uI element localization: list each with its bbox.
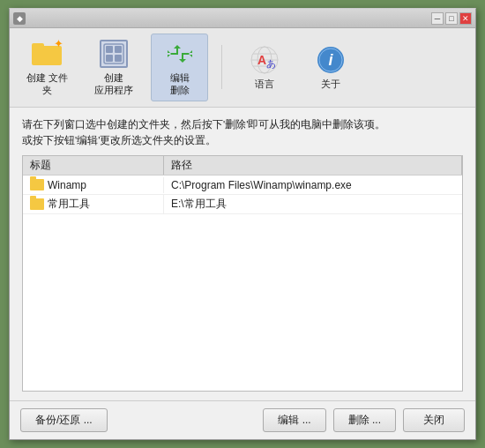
svg-rect-1 (32, 43, 44, 50)
minimize-button[interactable]: ─ (431, 12, 444, 25)
toolbar-language[interactable]: A あ 语言 (235, 41, 293, 93)
content-area: 请在下列窗口选中创建的文件夹，然后按下'删除'即可从我的电脑中删除该项。 或按下… (10, 108, 475, 400)
edit-button[interactable]: 编辑 ... (263, 408, 325, 432)
svg-text:✦: ✦ (53, 39, 63, 50)
toolbar: ✦ 创建 文件夹 创建应用程序 (10, 28, 475, 108)
title-bar: ◆ ─ □ ✕ (10, 9, 475, 28)
row2-path-cell: E:\常用工具 (164, 195, 462, 213)
list-header: 标题 路径 (23, 156, 462, 175)
svg-text:あ: あ (266, 58, 276, 69)
app-icon (98, 38, 130, 70)
description-text: 请在下列窗口选中创建的文件夹，然后按下'删除'即可从我的电脑中删除该项。 或按下… (22, 116, 463, 149)
row1-title: Winamp (48, 179, 86, 191)
delete-button[interactable]: 删除 ... (333, 408, 396, 432)
row1-path-cell: C:\Program Files\Winamp\winamp.exe (164, 177, 462, 193)
backup-restore-button[interactable]: 备份/还原 ... (20, 408, 108, 432)
table-row[interactable]: 常用工具 E:\常用工具 (23, 195, 462, 214)
row2-title-cell: 常用工具 (23, 195, 164, 213)
restore-button[interactable]: □ (445, 12, 458, 25)
svg-rect-6 (106, 55, 113, 62)
toolbar-edit-delete[interactable]: 编辑删除 (151, 34, 208, 101)
row2-path: E:\常用工具 (171, 197, 227, 212)
list-body: Winamp C:\Program Files\Winamp\winamp.ex… (23, 175, 462, 391)
app-icon-shape (100, 40, 128, 68)
col-header-title: 标题 (23, 156, 164, 175)
description-line1: 请在下列窗口选中创建的文件夹，然后按下'删除'即可从我的电脑中删除该项。 (22, 116, 463, 132)
toolbar-divider-1 (221, 45, 222, 89)
close-button[interactable]: 关闭 (403, 408, 465, 432)
toolbar-about-label: 关于 (321, 78, 340, 90)
toolbar-create-app-label: 创建应用程序 (94, 71, 133, 97)
table-row[interactable]: Winamp C:\Program Files\Winamp\winamp.ex… (23, 175, 462, 195)
footer: 备份/还原 ... 编辑 ... 删除 ... 关闭 (10, 400, 475, 439)
close-title-button[interactable]: ✕ (459, 12, 472, 25)
svg-rect-5 (115, 46, 122, 53)
row2-title: 常用工具 (48, 197, 90, 212)
footer-left: 备份/还原 ... (20, 408, 108, 432)
toolbar-create-app[interactable]: 创建应用程序 (85, 34, 142, 101)
folder-icon (30, 198, 44, 210)
toolbar-create-folder[interactable]: ✦ 创建 文件夹 (19, 34, 76, 101)
title-bar-buttons: ─ □ ✕ (431, 12, 472, 25)
title-bar-left: ◆ (13, 12, 26, 25)
col-header-path: 路径 (164, 156, 462, 175)
toolbar-about[interactable]: i 关于 (302, 41, 359, 93)
main-window: ◆ ─ □ ✕ ✦ 创建 文件夹 (9, 8, 476, 440)
description-line2: 或按下按钮'编辑'更改所选文件夹的设置。 (22, 132, 463, 148)
svg-rect-4 (106, 46, 113, 53)
row1-path: C:\Program Files\Winamp\winamp.exe (171, 179, 352, 191)
info-icon: i (315, 44, 347, 76)
edit-arrows-icon (164, 38, 196, 70)
window-icon: ◆ (13, 12, 26, 25)
language-icon: A あ (249, 44, 280, 76)
toolbar-create-folder-label: 创建 文件夹 (22, 71, 72, 97)
folder-star-icon: ✦ (32, 38, 63, 70)
svg-rect-7 (115, 55, 122, 62)
toolbar-language-label: 语言 (255, 78, 274, 90)
svg-text:A: A (257, 53, 266, 67)
row1-title-cell: Winamp (23, 177, 164, 193)
folder-icon (30, 179, 44, 190)
toolbar-edit-delete-label: 编辑删除 (170, 71, 190, 97)
footer-right: 编辑 ... 删除 ... 关闭 (263, 408, 465, 432)
file-list: 标题 路径 Winamp C:\Program Files\Winamp\win… (22, 155, 463, 392)
